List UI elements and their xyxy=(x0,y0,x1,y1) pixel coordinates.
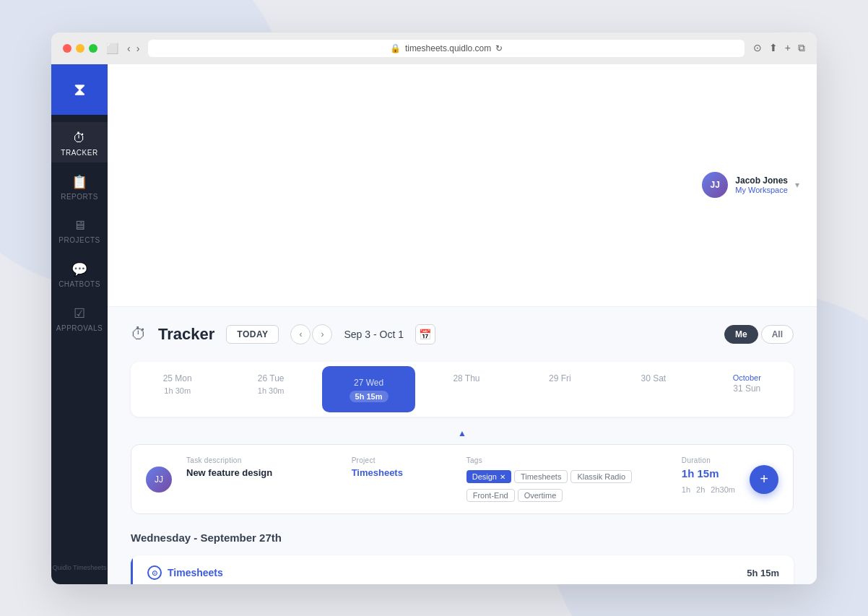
day-section: Wednesday - September 27th ⊙ Timesheets … xyxy=(131,532,794,584)
sidebar-logo[interactable]: ⧗ xyxy=(51,64,108,115)
download-icon[interactable]: ⊙ xyxy=(753,42,762,54)
duration-quick-times: 1h 2h 2h30m xyxy=(682,485,735,494)
sidebar-nav: ⏱ TRACKER 📋 REPORTS 🖥 PROJECTS 💬 CHATBOT… xyxy=(51,115,108,552)
traffic-light-yellow[interactable] xyxy=(76,44,84,53)
cal-day-26-time: 1h 30m xyxy=(258,386,285,395)
chevron-down-icon: ▾ xyxy=(795,180,799,190)
tracker-icon: ⏱ xyxy=(73,131,87,146)
new-tab-icon[interactable]: + xyxy=(785,42,791,54)
tag-frontend[interactable]: Front-End xyxy=(466,489,515,502)
tabs-icon[interactable]: ⧉ xyxy=(798,42,805,54)
today-button[interactable]: TODAY xyxy=(226,325,279,344)
traffic-lights xyxy=(63,44,97,53)
project-name: ⊙ Timesheets xyxy=(147,565,223,580)
traffic-light-green[interactable] xyxy=(89,44,97,53)
tag-timesheets[interactable]: Timesheets xyxy=(514,470,568,483)
cal-day-28-label: 28 Thu xyxy=(453,373,479,383)
sidebar-toggle-icon[interactable]: ⬜ xyxy=(106,43,118,54)
entry-avatar: JJ xyxy=(146,467,172,493)
task-field-value[interactable]: New feature design xyxy=(186,467,337,478)
sidebar-item-chatbots[interactable]: 💬 CHATBOTS xyxy=(51,253,108,294)
me-button[interactable]: Me xyxy=(724,325,758,344)
project-name-text: Timesheets xyxy=(168,567,223,578)
browser-nav-icons: ⬜ xyxy=(106,43,118,54)
projects-icon: 🖥 xyxy=(73,218,87,233)
browser-actions: ⊙ ⬆ + ⧉ xyxy=(753,42,805,54)
refresh-icon[interactable]: ↻ xyxy=(495,43,503,53)
browser-chrome: ⬜ ‹ › 🔒 timesheets.quidlo.com ↻ ⊙ ⬆ + ⧉ xyxy=(51,32,817,64)
user-name: Jacob Jones xyxy=(735,175,788,186)
add-entry-button[interactable]: + xyxy=(750,465,778,494)
traffic-light-red[interactable] xyxy=(63,44,71,53)
sidebar-tracker-label: TRACKER xyxy=(61,149,97,157)
quick-2h30m[interactable]: 2h30m xyxy=(711,485,735,494)
sidebar-reports-label: REPORTS xyxy=(61,193,98,201)
tag-klassik-radio[interactable]: Klassik Radio xyxy=(570,470,632,483)
sidebar-item-tracker[interactable]: ⏱ TRACKER xyxy=(51,122,108,162)
cal-day-25-label: 25 Mon xyxy=(163,373,192,383)
user-text: Jacob Jones My Workspace xyxy=(735,175,788,194)
cal-day-25[interactable]: 25 Mon 1h 30m xyxy=(131,362,224,417)
sidebar-footer: Quidlo Timesheets xyxy=(53,552,107,584)
cal-day-31[interactable]: October 31 Sun xyxy=(700,362,794,417)
tracker-title-group: ⏱ Tracker TODAY ‹ › Sep 3 - Oct 1 📅 xyxy=(131,324,435,344)
cal-day-31-label: 31 Sun xyxy=(733,383,760,394)
browser-window: ⬜ ‹ › 🔒 timesheets.quidlo.com ↻ ⊙ ⬆ + ⧉ … xyxy=(51,32,817,584)
back-icon[interactable]: ‹ xyxy=(127,43,131,54)
cal-day-29-label: 29 Fri xyxy=(549,373,571,383)
main-content-area: ⏱ Tracker TODAY ‹ › Sep 3 - Oct 1 📅 Me A… xyxy=(108,307,817,584)
forward-icon[interactable]: › xyxy=(136,43,140,54)
project-header: ⊙ Timesheets 5h 15m xyxy=(131,555,794,584)
day-section-title: Wednesday - September 27th xyxy=(131,532,794,544)
avatar-initials: JJ xyxy=(711,180,720,190)
project-total: 5h 15m xyxy=(747,568,779,578)
sidebar: ⧗ ⏱ TRACKER 📋 REPORTS 🖥 PROJECTS 💬 CHATB xyxy=(51,64,108,584)
tags-field-label: Tags xyxy=(466,456,667,464)
cal-day-30-label: 30 Sat xyxy=(641,373,666,383)
chatbots-icon: 💬 xyxy=(71,261,88,277)
quick-1h[interactable]: 1h xyxy=(682,485,690,494)
tag-design[interactable]: Design ✕ xyxy=(466,470,511,483)
tracker-title: Tracker xyxy=(158,325,214,344)
project-field-group: Project Timesheets xyxy=(352,456,452,478)
task-field-label: Task description xyxy=(186,456,337,464)
view-toggle: Me All xyxy=(724,325,794,344)
main-content: JJ Jacob Jones My Workspace ▾ ⏱ Tracker xyxy=(108,64,817,584)
cal-day-25-time: 1h 30m xyxy=(164,386,191,395)
address-bar[interactable]: 🔒 timesheets.quidlo.com ↻ xyxy=(148,40,744,57)
tag-design-close[interactable]: ✕ xyxy=(500,473,505,481)
lock-icon: 🔒 xyxy=(390,43,401,53)
app-header: JJ Jacob Jones My Workspace ▾ xyxy=(108,64,817,308)
calendar-icon[interactable]: 📅 xyxy=(415,324,435,344)
cal-day-26[interactable]: 26 Tue 1h 30m xyxy=(224,362,317,417)
cal-day-27[interactable]: 27 Wed 5h 15m xyxy=(322,366,415,412)
project-field-value[interactable]: Timesheets xyxy=(352,467,452,478)
duration-field-group: Duration 1h 15m 1h 2h 2h30m xyxy=(682,456,735,494)
user-info[interactable]: JJ Jacob Jones My Workspace ▾ xyxy=(702,172,799,198)
next-arrow[interactable]: › xyxy=(312,324,332,344)
sidebar-item-approvals[interactable]: ☑ APPROVALS xyxy=(51,297,108,338)
quick-2h[interactable]: 2h xyxy=(696,485,705,494)
cal-day-29[interactable]: 29 Fri xyxy=(513,362,607,417)
duration-value[interactable]: 1h 15m xyxy=(682,467,735,480)
sidebar-projects-label: PROJECTS xyxy=(58,236,100,244)
all-button[interactable]: All xyxy=(761,325,794,344)
reports-icon: 📋 xyxy=(71,174,88,190)
sidebar-item-projects[interactable]: 🖥 PROJECTS xyxy=(51,209,108,250)
clock-icon: ⏱ xyxy=(131,325,147,344)
share-icon[interactable]: ⬆ xyxy=(769,42,778,54)
browser-back-forward: ‹ › xyxy=(127,43,139,54)
avatar: JJ xyxy=(702,172,728,198)
cal-day-30[interactable]: 30 Sat xyxy=(607,362,700,417)
task-field-group: Task description New feature design xyxy=(186,456,337,478)
sidebar-approvals-label: APPROVALS xyxy=(56,324,103,332)
arrow-down-indicator: ▲ xyxy=(131,428,794,438)
tag-overtime[interactable]: Overtime xyxy=(518,489,563,502)
duration-field-label: Duration xyxy=(682,456,735,464)
url-text: timesheets.quidlo.com xyxy=(405,43,491,53)
sidebar-item-reports[interactable]: 📋 REPORTS xyxy=(51,165,108,207)
prev-arrow[interactable]: ‹ xyxy=(290,324,311,344)
project-field-label: Project xyxy=(352,456,452,464)
cal-day-27-time: 5h 15m xyxy=(350,391,389,402)
cal-day-28[interactable]: 28 Thu xyxy=(420,362,513,417)
